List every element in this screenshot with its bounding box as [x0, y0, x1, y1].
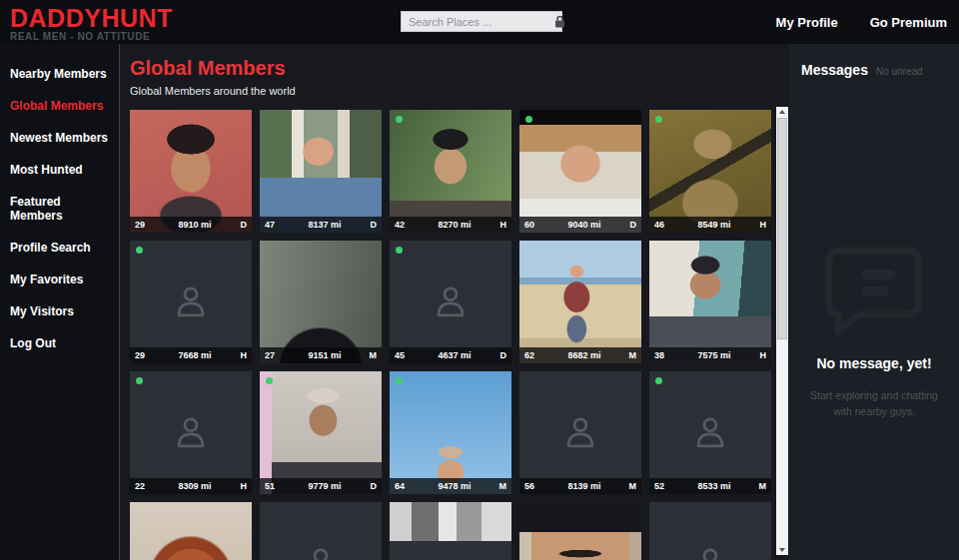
sidebar-item-nearby-members[interactable]: Nearby Members: [0, 58, 119, 90]
member-age: 52: [654, 481, 674, 491]
member-card[interactable]: 609040 miD: [519, 110, 641, 233]
vertical-scrollbar[interactable]: [776, 107, 788, 555]
messages-header: Messages No unread: [801, 62, 947, 78]
member-card[interactable]: 228309 miH: [130, 371, 252, 494]
my-profile-link[interactable]: My Profile: [776, 15, 838, 30]
sidebar-item-most-hunted[interactable]: Most Hunted: [0, 154, 119, 186]
member-photo-placeholder: [260, 502, 382, 560]
sidebar-item-log-out[interactable]: Log Out: [0, 327, 119, 359]
online-indicator: [525, 116, 532, 123]
member-distance: 8910 mi: [155, 220, 235, 230]
member-label-bar: 468549 miH: [649, 217, 771, 233]
member-label-bar: 387575 miH: [649, 347, 771, 363]
member-type-badge: M: [624, 481, 636, 491]
online-indicator: [396, 377, 403, 384]
member-card[interactable]: 298910 miD: [130, 110, 252, 233]
online-indicator: [136, 247, 143, 254]
member-photo: [390, 371, 511, 494]
member-photo: [260, 110, 382, 233]
member-photo-placeholder: [649, 371, 771, 494]
member-card[interactable]: 297668 miH: [130, 241, 252, 363]
member-age: 22: [135, 481, 155, 491]
member-type-badge: H: [754, 220, 766, 230]
scroll-up-button[interactable]: [776, 107, 788, 117]
member-card[interactable]: 478137 miD: [260, 110, 382, 233]
online-indicator: [266, 377, 273, 384]
arrow-down-icon: [779, 548, 785, 552]
member-label-bar: 528533 miM: [649, 478, 771, 494]
member-label-bar: 649478 miM: [390, 478, 511, 494]
member-card[interactable]: 468549 miH: [649, 110, 771, 233]
member-age: 27: [265, 350, 285, 360]
member-photo: [260, 241, 382, 363]
search-places-box[interactable]: [401, 11, 562, 32]
messages-empty-state: No message, yet! Start exploring and cha…: [801, 244, 947, 420]
member-type-badge: D: [235, 220, 247, 230]
messages-empty-subtitle: Start exploring and chatting with nearby…: [803, 387, 945, 420]
member-type-badge: M: [754, 481, 766, 491]
member-photo: [130, 110, 252, 233]
member-age: 42: [395, 220, 415, 230]
member-card[interactable]: 628682 miM: [519, 241, 641, 363]
member-label-bar: 628682 miM: [519, 347, 641, 363]
sidebar-item-featured-members[interactable]: Featured Members: [0, 186, 119, 232]
member-card[interactable]: [390, 502, 511, 560]
member-distance: 9779 mi: [285, 481, 365, 491]
scrollbar-thumb[interactable]: [777, 118, 787, 339]
member-card[interactable]: 568139 miM: [519, 371, 641, 494]
member-type-badge: H: [235, 481, 247, 491]
messages-title: Messages: [801, 62, 868, 78]
members-grid: 298910 miD478137 miD428270 miH609040 miD…: [130, 110, 789, 560]
member-distance: 7575 mi: [674, 350, 754, 360]
app-window: DADDYHUNT REAL MEN - NO ATTITUDE My Prof…: [0, 0, 959, 560]
lock-icon: [554, 15, 569, 28]
member-distance: 7668 mi: [155, 350, 235, 360]
sidebar-item-profile-search[interactable]: Profile Search: [0, 232, 119, 264]
member-card[interactable]: 519779 miD: [260, 371, 382, 494]
member-photo: [130, 502, 252, 560]
messages-unread-status: No unread: [876, 66, 923, 77]
member-age: 45: [395, 350, 415, 360]
member-label-bar: 228309 miH: [130, 478, 252, 494]
member-label-bar: 609040 miD: [519, 217, 641, 233]
member-photo-placeholder: [519, 371, 641, 494]
member-card[interactable]: 387575 miH: [649, 241, 771, 363]
scroll-down-button[interactable]: [776, 545, 788, 555]
member-card[interactable]: [260, 502, 382, 560]
member-card[interactable]: 428270 miH: [390, 110, 511, 233]
member-age: 47: [265, 220, 285, 230]
sidebar-item-global-members[interactable]: Global Members: [0, 90, 119, 122]
member-label-bar: 478137 miD: [260, 217, 382, 233]
page-body: Nearby MembersGlobal MembersNewest Membe…: [0, 44, 959, 560]
member-distance: 4637 mi: [415, 350, 494, 360]
member-type-badge: H: [754, 350, 766, 360]
member-photo: [519, 241, 641, 363]
sidebar-item-my-visitors[interactable]: My Visitors: [0, 295, 119, 327]
member-card[interactable]: [649, 502, 771, 560]
member-card[interactable]: 279151 miM: [260, 241, 382, 363]
member-type-badge: D: [365, 220, 377, 230]
member-card[interactable]: 528533 miM: [649, 371, 771, 494]
member-label-bar: 568139 miM: [519, 478, 641, 494]
member-photo: [390, 502, 511, 560]
member-age: 64: [395, 481, 415, 491]
chat-bubble-icon: [824, 244, 924, 341]
member-card[interactable]: [519, 502, 641, 560]
sidebar-item-newest-members[interactable]: Newest Members: [0, 122, 119, 154]
member-card[interactable]: 649478 miM: [390, 371, 511, 494]
member-age: 38: [654, 350, 674, 360]
member-distance: 8682 mi: [544, 350, 624, 360]
sidebar-item-my-favorites[interactable]: My Favorites: [0, 264, 119, 295]
logo-block: DADDYHUNT REAL MEN - NO ATTITUDE: [0, 0, 173, 42]
app-logo[interactable]: DADDYHUNT: [10, 7, 173, 29]
search-places-input[interactable]: [402, 16, 554, 28]
member-label-bar: 297668 miH: [130, 347, 252, 363]
member-photo-placeholder: [130, 241, 252, 363]
go-premium-link[interactable]: Go Premium: [870, 15, 947, 30]
member-label-bar: 454637 miD: [390, 347, 511, 363]
member-type-badge: M: [624, 350, 636, 360]
member-distance: 8137 mi: [285, 220, 365, 230]
member-card[interactable]: 454637 miD: [390, 241, 511, 363]
member-card[interactable]: [130, 502, 252, 560]
top-nav: My Profile Go Premium: [776, 0, 959, 30]
